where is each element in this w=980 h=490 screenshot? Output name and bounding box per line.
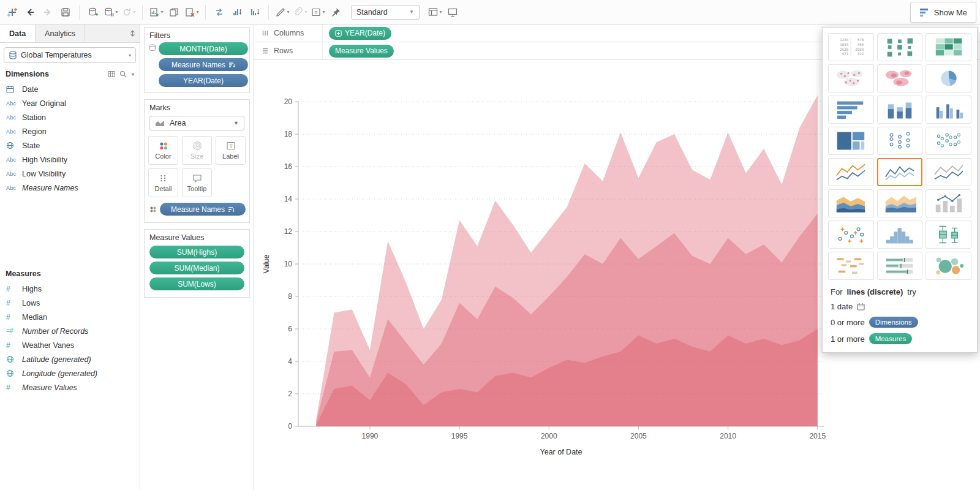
- showme-area-discrete[interactable]: [877, 189, 923, 217]
- measure-number-of-records[interactable]: =# Number of Records: [0, 324, 140, 338]
- run-auto-updates-button[interactable]: ▾: [120, 3, 137, 21]
- showme-highlight-table[interactable]: [925, 33, 971, 61]
- area-mark-icon: [155, 119, 165, 127]
- sort-descending-button[interactable]: [246, 3, 263, 21]
- filter-pill-year-date[interactable]: YEAR(Date): [159, 74, 248, 87]
- showme-symbol-map[interactable]: [828, 64, 874, 92]
- svg-text:322: 322: [858, 53, 864, 56]
- show-me-button[interactable]: Show Me: [910, 2, 976, 23]
- marks-card-title: Marks: [145, 100, 249, 115]
- filter-pill-month-date[interactable]: MONTH(Date): [159, 42, 248, 55]
- redo-button[interactable]: [39, 3, 56, 21]
- measure-median[interactable]: # Median: [0, 310, 140, 324]
- showme-packed-bubbles[interactable]: [925, 252, 971, 280]
- show-hide-cards-button[interactable]: ▾: [426, 3, 443, 21]
- size-button[interactable]: Size: [182, 136, 212, 165]
- calendar-icon: [6, 85, 22, 93]
- measure-weather-vanes[interactable]: # Weather Vanes: [0, 338, 140, 352]
- fix-axes-button[interactable]: [327, 3, 344, 21]
- show-mark-labels-button[interactable]: T ▾: [309, 3, 326, 21]
- showme-lines-continuous[interactable]: [828, 158, 874, 186]
- svg-text:20: 20: [284, 97, 293, 106]
- group-members-button[interactable]: ▾: [292, 3, 309, 21]
- fit-select[interactable]: Standard ▼: [351, 5, 420, 20]
- show-me-label: Show Me: [934, 8, 967, 17]
- duplicate-sheet-button[interactable]: [165, 3, 183, 21]
- measure-values-pill-sum-highs[interactable]: SUM(Highs): [149, 246, 244, 258]
- requirement-dimensions-text: 0 or more: [831, 318, 865, 327]
- dimension-year-original[interactable]: Abc Year Original: [0, 96, 140, 110]
- sort-ascending-button[interactable]: [228, 3, 246, 21]
- tab-analytics-label: Analytics: [45, 29, 75, 38]
- showme-stacked-bars[interactable]: [877, 96, 923, 124]
- measure-latitude-generated[interactable]: Latitude (generated): [0, 352, 140, 366]
- showme-scatter-plot[interactable]: [828, 221, 874, 249]
- area-chart[interactable]: 0246810121416182019901995200020052010201…: [259, 61, 827, 461]
- showme-box-and-whisker[interactable]: [925, 221, 971, 249]
- view-data-icon[interactable]: [108, 70, 115, 78]
- filter-pill-measure-names[interactable]: Measure Names: [159, 58, 248, 71]
- dimension-station[interactable]: Abc Station: [0, 110, 140, 124]
- showme-dual-lines[interactable]: [925, 158, 971, 186]
- chevron-down-icon[interactable]: ▾: [132, 72, 134, 77]
- measure-values-pill-sum-lows[interactable]: SUM(Lows): [149, 277, 244, 290]
- abc-icon: Abc: [6, 185, 22, 191]
- dimension-date[interactable]: Date: [0, 82, 140, 96]
- swap-rows-columns-button[interactable]: [211, 3, 228, 21]
- showme-side-by-side-bars[interactable]: [925, 96, 971, 124]
- dropdown-caret-icon: ▾: [304, 9, 307, 15]
- tab-analytics[interactable]: Analytics: [36, 24, 85, 42]
- showme-lines-discrete[interactable]: [877, 158, 923, 186]
- datasource-item[interactable]: Global Temperatures ▾: [4, 47, 136, 63]
- pause-auto-updates-button[interactable]: ▾: [102, 3, 119, 21]
- showme-treemap[interactable]: [828, 127, 874, 155]
- columns-pill-year-date[interactable]: YEAR(Date): [329, 27, 391, 40]
- measure-lows[interactable]: # Lows: [0, 296, 140, 310]
- showme-bullet-graph[interactable]: [877, 252, 923, 280]
- dimension-region[interactable]: Abc Region: [0, 124, 140, 138]
- presentation-mode-button[interactable]: [444, 3, 461, 21]
- detail-button[interactable]: Detail: [148, 168, 178, 197]
- showme-heat-map[interactable]: [877, 33, 923, 61]
- measure-longitude-generated[interactable]: Longitude (generated): [0, 366, 140, 380]
- tableau-logo-icon[interactable]: [4, 3, 21, 21]
- measure-measure-values[interactable]: # Measure Values: [0, 380, 140, 394]
- dimension-measure-names[interactable]: Abc Measure Names: [0, 181, 140, 195]
- dimension-state[interactable]: State: [0, 138, 140, 153]
- undo-button[interactable]: [21, 3, 39, 21]
- expand-plus-icon[interactable]: [335, 30, 342, 37]
- showme-filled-map[interactable]: [877, 64, 923, 92]
- label-button[interactable]: T Label: [216, 136, 246, 165]
- showme-horizontal-bars[interactable]: [828, 96, 874, 124]
- highlight-button[interactable]: ▾: [274, 3, 291, 21]
- showme-text-table[interactable]: 1234 678 1034 456 2620 2959 971 322: [828, 33, 874, 61]
- showme-area-continuous[interactable]: [828, 189, 874, 217]
- save-button[interactable]: [57, 3, 74, 21]
- number-icon: #: [6, 299, 22, 307]
- new-worksheet-button[interactable]: ▾: [148, 3, 165, 21]
- new-data-source-button[interactable]: [85, 3, 102, 21]
- showme-side-by-side-circles[interactable]: [925, 127, 971, 155]
- abc-icon: Abc: [6, 129, 22, 135]
- number-icon: #: [6, 383, 22, 392]
- showme-dual-combination[interactable]: [925, 189, 971, 217]
- showme-gantt[interactable]: [828, 252, 874, 280]
- requirement-date-text: 1 date: [831, 302, 853, 311]
- tooltip-button[interactable]: Tooltip: [182, 168, 212, 197]
- mark-type-select[interactable]: Area ▼: [149, 116, 244, 130]
- measure-values-pill-sum-median[interactable]: SUM(Median): [149, 262, 244, 274]
- showme-pie-chart[interactable]: [925, 64, 971, 92]
- rows-pill-measure-values[interactable]: Measure Values: [329, 45, 394, 58]
- chevron-down-icon[interactable]: ▾: [129, 53, 131, 58]
- dimension-high-visibility[interactable]: Abc High Visibility: [0, 153, 140, 167]
- color-button[interactable]: Color: [148, 136, 178, 165]
- showme-histogram[interactable]: [877, 221, 923, 249]
- dimension-low-visibility[interactable]: Abc Low Visibility: [0, 167, 140, 181]
- tab-data[interactable]: Data: [0, 24, 36, 42]
- pane-options-icon[interactable]: [129, 30, 136, 37]
- search-icon[interactable]: [119, 70, 127, 78]
- clear-sheet-button[interactable]: ▾: [183, 3, 200, 21]
- measure-highs[interactable]: # Highs: [0, 282, 140, 296]
- showme-circle-views[interactable]: [877, 127, 923, 155]
- marks-pill-measure-names[interactable]: Measure Names: [160, 203, 246, 216]
